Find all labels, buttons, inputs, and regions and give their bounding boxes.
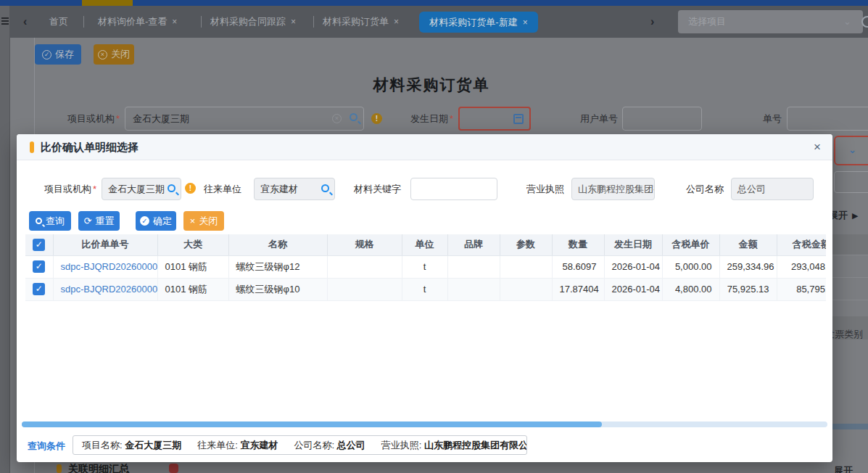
select-all-header: ✓ [25, 234, 53, 255]
tabs-back-icon[interactable]: ‹ [23, 16, 27, 28]
table-h-scrollbar[interactable] [22, 421, 827, 427]
condition-item: 营业执照: 山东鹏程控股集团有限公司 [381, 439, 527, 452]
top-accent-active-segment [82, 0, 133, 6]
scrollbar-thumb[interactable] [22, 421, 602, 427]
background-required-select[interactable]: ⌄ [834, 136, 868, 165]
expand-arrow-icon: ▶ [852, 211, 858, 220]
count-badge [169, 464, 178, 473]
table-row[interactable]: ✓ sdpc-BJQRD202600000 0101 钢筋 螺纹三级钢φ10 t… [25, 278, 826, 300]
check-circle-icon: ✓ [140, 216, 149, 226]
top-accent-strip [0, 0, 868, 6]
search-icon [36, 218, 42, 224]
background-input[interactable] [834, 171, 868, 193]
tab-purchase-order-new-active[interactable]: 材料采购订货单-新建× [419, 12, 538, 33]
dialog-close-button[interactable]: ×关闭 [183, 211, 224, 231]
user-no-label: 用户单号 [560, 112, 618, 126]
tab-close-icon[interactable]: × [394, 17, 399, 27]
chevron-down-icon: ⌄ [848, 144, 856, 155]
date-field[interactable] [458, 107, 531, 131]
expand-toggle-bottom[interactable]: 展开 [834, 464, 853, 473]
tab-divider [201, 16, 202, 28]
menu-icon[interactable] [1, 17, 9, 28]
filter-license-field: 山东鹏程控股集团有限公司 [571, 178, 655, 200]
section-pill-icon [57, 464, 62, 473]
col-header[interactable]: 名称 [228, 234, 327, 255]
query-conditions-label: 查询条件 [28, 440, 65, 453]
col-header[interactable]: 发生日期 [604, 234, 662, 255]
tab-bar: ‹ 首页 材料询价单-查看× 材料采购合同跟踪× 材料采购订货单× 材料采购订货… [0, 6, 868, 38]
page-title: 材料采购订货单 [305, 75, 558, 95]
filter-vendor-field[interactable]: 宜东建材 [254, 178, 335, 200]
table-header-row: ✓ 比价单单号 大类 名称 规格 单位 品牌 参数 数量 发生日期 含税单价 金… [25, 234, 826, 255]
check-circle-icon: ✓ [42, 50, 51, 59]
order-no-link[interactable]: sdpc-BJQRD202600000 [61, 261, 158, 272]
info-icon[interactable]: ! [185, 183, 196, 194]
row-checkbox[interactable]: ✓ [33, 260, 45, 273]
table-row[interactable]: ✓ sdpc-BJQRD202600000 0101 钢筋 螺纹三级钢φ12 t… [25, 255, 826, 278]
col-header[interactable]: 数量 [552, 234, 604, 255]
user-no-field[interactable] [622, 107, 702, 131]
col-header[interactable]: 大类 [157, 234, 228, 255]
filter-vendor-label: 往来单位 [198, 183, 241, 196]
col-header[interactable]: 含税金额 [777, 234, 826, 255]
condition-item: 公司名称: 总公司 [294, 439, 365, 452]
dialog-header: 比价确认单明细选择 × [17, 134, 832, 160]
filter-company-label: 公司名称 [680, 183, 724, 196]
save-button[interactable]: ✓保存 [35, 44, 81, 65]
close-icon: × [190, 215, 196, 226]
background-scrollbar[interactable] [832, 424, 868, 429]
tab-purchase-order[interactable]: 材料采购订货单× [323, 6, 399, 38]
row-checkbox[interactable]: ✓ [33, 283, 45, 295]
tab-divider [313, 16, 314, 28]
search-icon[interactable] [168, 184, 175, 192]
tab-purchase-contract-track[interactable]: 材料采购合同跟踪× [210, 6, 296, 38]
tab-material-inquiry-view[interactable]: 材料询价单-查看× [98, 6, 177, 38]
filter-keyword-input[interactable] [410, 178, 497, 200]
filter-keyword-label: 材料关键字 [344, 183, 401, 196]
compare-confirm-detail-dialog: 比价确认单明细选择 × 项目或机构* 金石大厦三期 ! 往来单位 宜东建材 材料… [17, 134, 832, 462]
chevron-down-icon: ⌄ [843, 10, 851, 33]
clear-icon[interactable]: × [332, 114, 342, 123]
expand-toggle[interactable]: 展开▶ [829, 209, 858, 222]
tab-close-icon[interactable]: × [172, 17, 177, 27]
col-header[interactable]: 比价单单号 [53, 234, 157, 255]
date-label: 发生日期* [395, 112, 453, 126]
required-mark: * [116, 113, 120, 124]
reset-icon: ⟳ [84, 215, 92, 226]
filter-license-label: 营业执照 [521, 183, 564, 196]
info-icon[interactable]: ! [371, 113, 382, 124]
col-header[interactable]: 品牌 [447, 234, 500, 255]
confirm-button[interactable]: ✓确定 [136, 211, 176, 231]
close-circle-icon: × [98, 50, 107, 59]
select-all-checkbox[interactable]: ✓ [33, 239, 45, 251]
col-header[interactable]: 规格 [327, 234, 402, 255]
doc-no-field[interactable] [787, 107, 868, 131]
col-header[interactable]: 参数 [500, 234, 552, 255]
search-icon[interactable] [350, 113, 357, 121]
app-screen: ‹ 首页 材料询价单-查看× 材料采购合同跟踪× 材料采购订货单× 材料采购订货… [0, 0, 868, 473]
tab-close-icon[interactable]: × [523, 17, 528, 28]
background-table-line [832, 255, 868, 255]
background-table-line [832, 300, 868, 300]
tab-home[interactable]: 首页 [49, 6, 68, 38]
dialog-close-icon[interactable]: × [814, 140, 821, 155]
filter-company-field: 总公司 [731, 178, 814, 200]
order-no-link[interactable]: sdpc-BJQRD202600000 [61, 284, 158, 295]
col-header[interactable]: 金额 [719, 234, 777, 255]
query-button[interactable]: 查询 [29, 211, 71, 231]
tabs-forward-icon[interactable]: › [650, 16, 654, 28]
org-label: 项目或机构* [33, 112, 120, 126]
user-avatar[interactable] [861, 16, 868, 28]
tab-close-icon[interactable]: × [291, 17, 296, 27]
col-header[interactable]: 单位 [402, 234, 447, 255]
reset-button[interactable]: ⟳重置 [78, 211, 120, 231]
search-icon[interactable] [321, 184, 329, 192]
background-table-header [832, 234, 868, 255]
col-header[interactable]: 含税单价 [662, 234, 719, 255]
calendar-icon[interactable] [513, 114, 524, 124]
project-select-placeholder: 选择项目 [688, 16, 726, 27]
project-select[interactable]: 选择项目 ⌄ [678, 10, 863, 33]
filter-org-field[interactable]: 金石大厦三期 [102, 178, 181, 200]
org-field[interactable]: 金石大厦三期 × [125, 107, 364, 131]
close-button[interactable]: ×关闭 [94, 44, 134, 65]
